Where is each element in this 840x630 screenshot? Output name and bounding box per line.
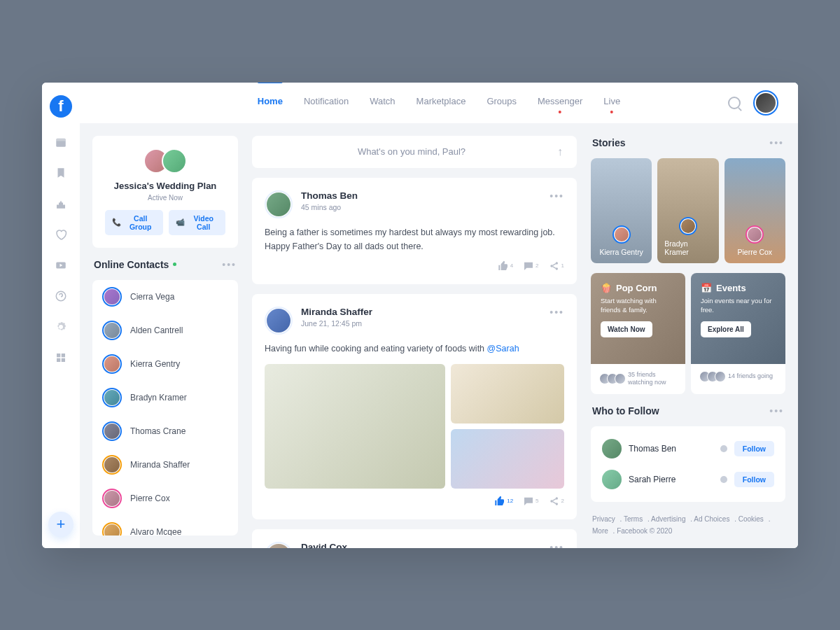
popcorn-icon: 🍿 bbox=[601, 283, 612, 293]
post-image[interactable] bbox=[451, 364, 564, 424]
post-avatar[interactable] bbox=[265, 542, 293, 548]
composer-placeholder: What's on you mind, Paul? bbox=[266, 146, 557, 157]
call-group-button[interactable]: 📞Call Group bbox=[105, 210, 163, 235]
contact-item[interactable]: Alden Cantrell bbox=[92, 314, 238, 347]
comment-button[interactable]: 5 bbox=[523, 496, 538, 507]
heart-icon[interactable] bbox=[55, 228, 67, 241]
svg-rect-7 bbox=[62, 358, 65, 361]
follow-row: Sarah Pierre Follow bbox=[598, 464, 778, 495]
search-icon[interactable] bbox=[728, 97, 741, 109]
post-author[interactable]: Thomas Ben bbox=[301, 190, 541, 201]
post: David Cox ••• bbox=[252, 529, 577, 548]
contact-item[interactable]: Thomas Crane bbox=[92, 414, 238, 448]
post-author[interactable]: David Cox bbox=[301, 542, 541, 548]
svg-rect-4 bbox=[57, 354, 60, 357]
contacts-menu-button[interactable]: ••• bbox=[222, 259, 237, 270]
svg-point-3 bbox=[56, 291, 66, 301]
bookmark-icon[interactable] bbox=[55, 167, 67, 179]
contact-item[interactable]: Alvaro Mcgee bbox=[92, 515, 238, 536]
calendar-icon[interactable] bbox=[55, 136, 67, 148]
follow-avatar[interactable] bbox=[602, 470, 622, 489]
footer-link[interactable]: Cookies bbox=[738, 515, 764, 523]
post-menu-button[interactable]: ••• bbox=[550, 307, 564, 318]
nav-live[interactable]: Live bbox=[603, 96, 620, 109]
nav-watch[interactable]: Watch bbox=[370, 96, 395, 109]
post: Thomas Ben 45 mins ago ••• Being a fathe… bbox=[252, 178, 577, 284]
nav-marketplace[interactable]: Marketplace bbox=[416, 96, 466, 109]
nav-groups[interactable]: Groups bbox=[486, 96, 517, 109]
stories-title: Stories bbox=[592, 137, 625, 148]
contact-item[interactable]: Cierra Vega bbox=[92, 280, 238, 314]
nav-messenger[interactable]: Messenger bbox=[538, 96, 582, 109]
upload-icon[interactable]: ↑ bbox=[557, 146, 563, 158]
follow-name[interactable]: Sarah Pierre bbox=[629, 475, 713, 484]
group-chat-card: Jessica's Wedding Plan Active Now 📞Call … bbox=[92, 136, 238, 248]
gear-icon[interactable] bbox=[55, 321, 67, 333]
follow-avatar[interactable] bbox=[602, 439, 622, 458]
group-status: Active Now bbox=[105, 194, 225, 202]
calendar-icon: 📅 bbox=[701, 283, 712, 293]
like-button[interactable]: 4 bbox=[498, 260, 513, 272]
post-avatar[interactable] bbox=[265, 190, 293, 218]
birthday-icon[interactable] bbox=[55, 197, 67, 210]
like-button[interactable]: 12 bbox=[494, 496, 513, 507]
add-button[interactable]: + bbox=[48, 512, 74, 537]
stories-row: Kierra Gentry Bradyn Kramer Pierre Cox bbox=[591, 158, 785, 263]
post-image[interactable] bbox=[265, 364, 445, 489]
footer-link[interactable]: Privacy bbox=[592, 515, 615, 523]
verified-icon bbox=[720, 445, 727, 452]
nav-rail: f + bbox=[42, 83, 80, 548]
follow-menu-button[interactable]: ••• bbox=[769, 405, 784, 416]
follow-card: Thomas Ben Follow Sarah Pierre Follow bbox=[591, 426, 785, 502]
follow-button[interactable]: Follow bbox=[734, 441, 774, 456]
svg-rect-6 bbox=[57, 358, 60, 361]
nav-notification[interactable]: Notification bbox=[304, 96, 349, 109]
help-icon[interactable] bbox=[55, 290, 67, 302]
nav-home[interactable]: Home bbox=[258, 96, 283, 109]
post-avatar[interactable] bbox=[265, 307, 293, 335]
footer-copyright: Facebook © 2020 bbox=[617, 527, 672, 535]
share-button[interactable]: 1 bbox=[549, 260, 564, 272]
stories-menu-button[interactable]: ••• bbox=[769, 137, 784, 148]
post-menu-button[interactable]: ••• bbox=[550, 542, 564, 548]
video-icon[interactable] bbox=[55, 259, 67, 272]
watch-now-button[interactable]: Watch Now bbox=[601, 321, 652, 337]
profile-avatar[interactable] bbox=[753, 90, 778, 115]
story-card[interactable]: Kierra Gentry bbox=[591, 158, 652, 263]
promo-subtitle: Start watching with friends & family. bbox=[601, 296, 676, 315]
footer-link[interactable]: More bbox=[592, 527, 608, 535]
grid-icon[interactable] bbox=[55, 351, 67, 364]
follow-button[interactable]: Follow bbox=[734, 472, 774, 487]
promo-row: 🍿Pop Corn Start watching with friends & … bbox=[591, 273, 785, 394]
share-button[interactable]: 2 bbox=[549, 496, 564, 507]
mention-link[interactable]: @Sarah bbox=[487, 344, 519, 354]
footer-link[interactable]: Ad Choices bbox=[694, 515, 729, 523]
post-time: 45 mins ago bbox=[301, 203, 541, 211]
post-author[interactable]: Miranda Shaffer bbox=[301, 307, 541, 317]
svg-rect-1 bbox=[56, 138, 66, 141]
post-images bbox=[265, 364, 564, 489]
contact-item[interactable]: Kierra Gentry bbox=[92, 347, 238, 381]
footer-link[interactable]: Terms bbox=[624, 515, 643, 523]
footer-links: Privacy . Terms . Advertising . Ad Choic… bbox=[591, 512, 785, 538]
group-avatars bbox=[105, 148, 225, 174]
composer[interactable]: What's on you mind, Paul? ↑ bbox=[252, 136, 577, 168]
video-call-button[interactable]: 📹Video Call bbox=[169, 210, 225, 235]
contact-item[interactable]: Miranda Shaffer bbox=[92, 448, 238, 482]
follow-row: Thomas Ben Follow bbox=[598, 433, 778, 464]
follow-name[interactable]: Thomas Ben bbox=[629, 444, 713, 454]
promo-card-events: 📅Events Join events near you for free. E… bbox=[691, 273, 785, 394]
explore-all-button[interactable]: Explore All bbox=[701, 321, 751, 337]
contact-list: Cierra Vega Alden Cantrell Kierra Gentry… bbox=[92, 280, 238, 536]
facebook-logo[interactable]: f bbox=[50, 95, 72, 118]
post: Miranda Shaffer June 21, 12:45 pm ••• Ha… bbox=[252, 294, 577, 519]
footer-link[interactable]: Advertising bbox=[651, 515, 685, 523]
contact-item[interactable]: Bradyn Kramer bbox=[92, 381, 238, 414]
contact-item[interactable]: Pierre Cox bbox=[92, 482, 238, 515]
story-card[interactable]: Bradyn Kramer bbox=[657, 158, 718, 263]
comment-button[interactable]: 2 bbox=[523, 260, 538, 272]
post-image[interactable] bbox=[451, 429, 564, 489]
online-contacts-title: Online Contacts bbox=[94, 259, 169, 270]
story-card[interactable]: Pierre Cox bbox=[724, 158, 785, 263]
post-menu-button[interactable]: ••• bbox=[550, 190, 564, 202]
